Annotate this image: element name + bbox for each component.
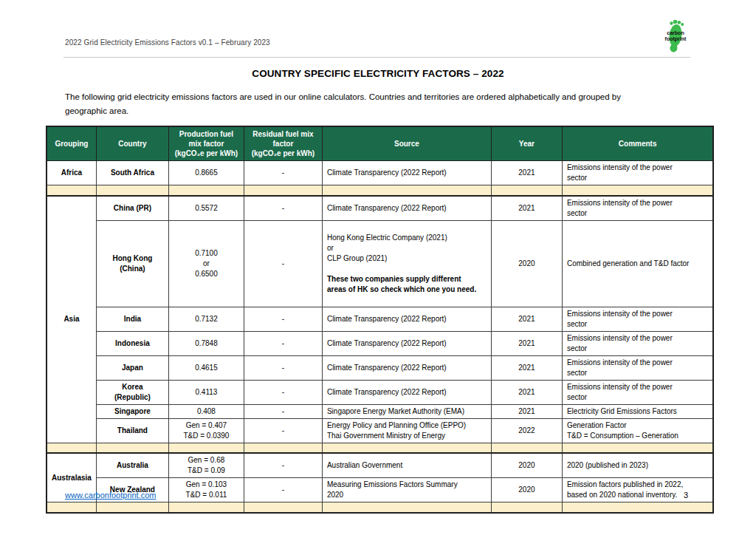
table-row: Korea (Republic) 0.4113 - Climate Transp…	[47, 380, 713, 404]
residual-cell: -	[244, 404, 322, 418]
production-cell: Gen = 0.68 T&D = 0.09	[168, 453, 244, 478]
table-row: Asia China (PR) 0.5572 - Climate Transpa…	[47, 196, 713, 221]
production-cell: 0.7848	[168, 331, 244, 355]
intro-paragraph: The following grid electricity emissions…	[65, 90, 693, 117]
column-header-comments: Comments	[562, 126, 713, 161]
comments-cell: 2020 (published in 2023)	[562, 453, 713, 478]
country-cell: China (PR)	[96, 196, 168, 221]
column-header-year: Year	[491, 126, 562, 161]
source-cell: Climate Transparency (2022 Report)	[322, 380, 491, 404]
country-cell: South Africa	[96, 161, 168, 185]
comments-cell: Emissions intensity of the power sector	[562, 355, 713, 380]
column-header-residual: Residual fuel mix factor (kgCO₂e per kWh…	[244, 126, 322, 161]
source-cell: Climate Transparency (2022 Report)	[322, 307, 491, 331]
country-cell: Korea (Republic)	[96, 380, 168, 404]
spacer-cell	[96, 502, 168, 513]
production-cell: 0.8665	[168, 161, 244, 185]
year-cell: 2020	[491, 453, 562, 478]
source-cell: Climate Transparency (2022 Report)	[322, 161, 491, 185]
table-row: Africa South Africa 0.8665 - Climate Tra…	[47, 161, 713, 185]
residual-cell: -	[244, 380, 322, 404]
logo-text-line2: footprint	[658, 36, 693, 42]
table-header-row: Grouping Country Production fuel mix fac…	[47, 126, 713, 161]
country-cell: Japan	[96, 355, 168, 380]
column-header-grouping: Grouping	[47, 126, 96, 161]
table-row: Japan 0.4615 - Climate Transparency (202…	[47, 355, 713, 380]
spacer-row	[47, 502, 713, 513]
footer-link[interactable]: www.carbonfootprint.com	[65, 491, 157, 500]
source-cell: Climate Transparency (2022 Report)	[322, 196, 491, 221]
carbonfootprint-logo: carbon footprint	[658, 18, 693, 55]
source-cell: Energy Policy and Planning Office (EPPO)…	[322, 418, 491, 443]
spacer-cell	[244, 502, 322, 513]
table-row: India 0.7132 - Climate Transparency (202…	[47, 307, 713, 331]
spacer-cell	[322, 185, 491, 196]
residual-cell: -	[244, 478, 322, 502]
residual-cell: -	[244, 196, 322, 221]
production-cell: 0.7132	[168, 307, 244, 331]
residual-cell: -	[244, 355, 322, 380]
grouping-cell-africa: Africa	[47, 161, 96, 185]
year-cell: 2020	[491, 478, 562, 502]
spacer-cell	[491, 443, 562, 453]
spacer-cell	[491, 185, 562, 196]
column-header-country: Country	[96, 126, 168, 161]
spacer-cell	[47, 185, 96, 196]
page-header-text: 2022 Grid Electricity Emissions Factors …	[65, 38, 270, 47]
spacer-cell	[491, 502, 562, 513]
residual-cell: -	[244, 453, 322, 478]
year-cell: 2021	[491, 161, 562, 185]
source-note-bold: These two companies supply different are…	[327, 274, 487, 295]
year-cell: 2021	[491, 355, 562, 380]
source-cell: Australian Government	[322, 453, 491, 478]
year-cell: 2020	[491, 220, 562, 307]
header-rule	[63, 57, 690, 58]
factors-table: Grouping Country Production fuel mix fac…	[46, 126, 714, 514]
comments-cell: Generation Factor T&D = Consumption – Ge…	[562, 418, 713, 443]
comments-cell: Emission factors published in 2022, base…	[562, 478, 713, 502]
spacer-cell	[562, 443, 713, 453]
spacer-cell	[47, 443, 96, 453]
spacer-cell	[244, 185, 322, 196]
source-cell: Climate Transparency (2022 Report)	[322, 331, 491, 355]
year-cell: 2021	[491, 380, 562, 404]
country-cell: Thailand	[96, 418, 168, 443]
grouping-cell-asia: Asia	[47, 196, 96, 443]
comments-cell: Electricity Grid Emissions Factors	[562, 404, 713, 418]
page-number: 3	[684, 491, 688, 500]
production-cell: 0.4615	[168, 355, 244, 380]
table-row: Hong Kong (China) 0.7100 or 0.6500 - Hon…	[47, 220, 713, 307]
production-cell: Gen = 0.407 T&D = 0.0390	[168, 418, 244, 443]
spacer-cell	[562, 502, 713, 513]
spacer-row	[47, 185, 713, 196]
spacer-cell	[47, 502, 96, 513]
spacer-cell	[168, 502, 244, 513]
residual-cell: -	[244, 220, 322, 307]
production-cell: 0.408	[168, 404, 244, 418]
comments-cell: Emissions intensity of the power sector	[562, 380, 713, 404]
source-cell: Climate Transparency (2022 Report)	[322, 355, 491, 380]
comments-cell: Emissions intensity of the power sector	[562, 307, 713, 331]
logo-text-line1: carbon	[658, 30, 693, 36]
comments-cell: Emissions intensity of the power sector	[562, 161, 713, 185]
spacer-cell	[96, 443, 168, 453]
year-cell: 2021	[491, 196, 562, 221]
year-cell: 2021	[491, 307, 562, 331]
spacer-cell	[244, 443, 322, 453]
source-cell: Measuring Emissions Factors Summary 2020	[322, 478, 491, 502]
year-cell: 2021	[491, 331, 562, 355]
logo-text: carbon footprint	[658, 30, 693, 42]
year-cell: 2021	[491, 404, 562, 418]
country-cell: Australia	[96, 453, 168, 478]
residual-cell: -	[244, 307, 322, 331]
production-cell: 0.5572	[168, 196, 244, 221]
table-row: Indonesia 0.7848 - Climate Transparency …	[47, 331, 713, 355]
spacer-cell	[322, 502, 491, 513]
residual-cell: -	[244, 331, 322, 355]
production-cell: Gen = 0.103 T&D = 0.011	[168, 478, 244, 502]
source-cell: Singapore Energy Market Authority (EMA)	[322, 404, 491, 418]
column-header-production: Production fuel mix factor (kgCO₂e per k…	[168, 126, 244, 161]
country-cell: Hong Kong (China)	[96, 220, 168, 307]
comments-cell: Emissions intensity of the power sector	[562, 331, 713, 355]
spacer-cell	[168, 185, 244, 196]
